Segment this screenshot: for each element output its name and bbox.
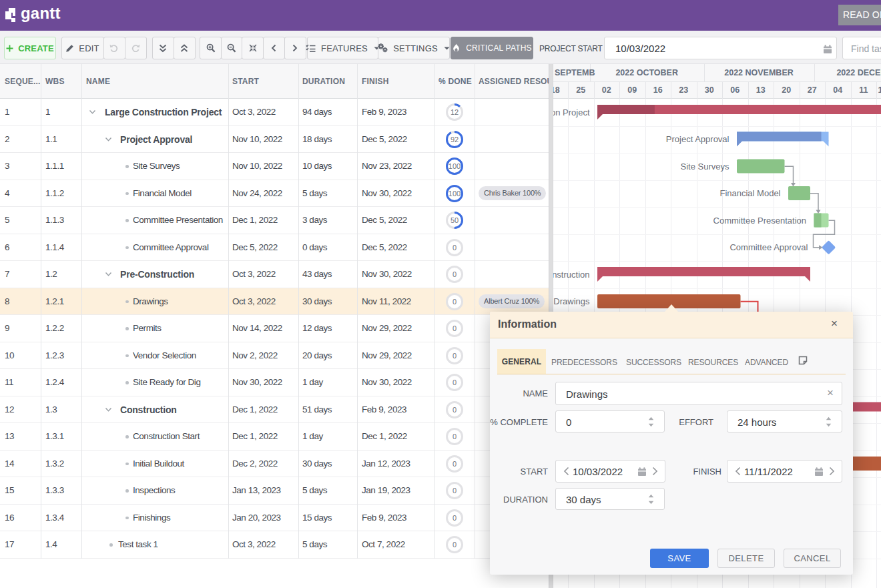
- svg-text:0: 0: [453, 487, 457, 495]
- svg-text:92: 92: [451, 135, 459, 143]
- svg-text:0: 0: [453, 378, 457, 386]
- svg-text:Pre-Construction: Pre-Construction: [553, 270, 590, 280]
- svg-text:100: 100: [449, 162, 461, 170]
- svg-text:0: 0: [453, 541, 457, 549]
- svg-text:Drawings: Drawings: [553, 296, 590, 306]
- svg-text:0: 0: [453, 270, 457, 278]
- svg-text:Site Surveys: Site Surveys: [681, 162, 729, 172]
- svg-text:12: 12: [451, 108, 459, 116]
- svg-text:Committee Presentation: Committee Presentation: [713, 216, 806, 226]
- svg-text:Large Construction Project: Large Construction Project: [553, 107, 590, 117]
- svg-text:0: 0: [453, 244, 457, 252]
- svg-text:Project Approval: Project Approval: [666, 134, 729, 144]
- svg-text:0: 0: [453, 406, 457, 414]
- svg-text:Financial Model: Financial Model: [719, 188, 780, 198]
- svg-text:Committee Approval: Committee Approval: [729, 242, 808, 252]
- svg-text:0: 0: [453, 298, 457, 306]
- svg-text:50: 50: [451, 216, 459, 224]
- svg-text:0: 0: [453, 352, 457, 360]
- svg-text:0: 0: [453, 324, 457, 332]
- svg-text:0: 0: [453, 514, 457, 522]
- svg-text:0: 0: [453, 432, 457, 440]
- svg-text:100: 100: [449, 190, 461, 198]
